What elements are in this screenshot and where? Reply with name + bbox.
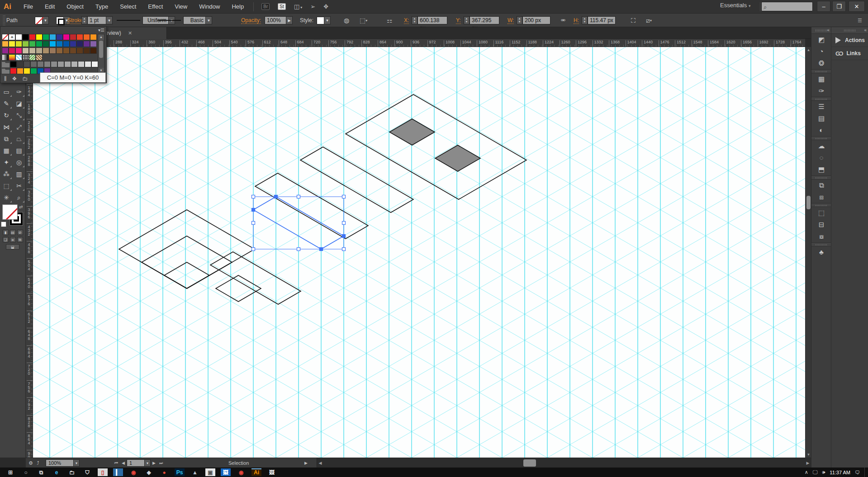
search-button[interactable]: ○ <box>21 468 31 476</box>
status-flyout-icon[interactable]: ▶ <box>304 461 308 465</box>
bounding-box-handle[interactable] <box>342 195 346 198</box>
dock-grip[interactable] <box>844 29 856 32</box>
fill-color-swatch[interactable] <box>35 17 43 24</box>
color-swatch[interactable] <box>30 68 37 74</box>
app-white-square-icon[interactable]: ▣ <box>205 468 215 476</box>
gradient-button[interactable]: ▤ <box>10 230 16 235</box>
x-stepper[interactable]: ▲▼ <box>412 16 417 24</box>
color-swatch[interactable] <box>10 61 17 67</box>
artboard-canvas[interactable] <box>33 47 805 458</box>
fill-none-indicator[interactable] <box>2 204 18 220</box>
shape-builder-tool[interactable]: ⧉ <box>0 133 13 145</box>
color-swatch[interactable] <box>43 47 49 54</box>
workspace-switcher[interactable]: Essentials ▾ <box>720 2 750 9</box>
bridge-button[interactable]: Br <box>261 3 270 10</box>
screen-mode-button[interactable]: ⬓ <box>6 244 19 250</box>
style-swatch[interactable] <box>317 17 324 24</box>
color-swatch[interactable] <box>63 47 70 54</box>
menu-effect[interactable]: Effect <box>142 0 169 14</box>
color-swatch[interactable] <box>43 41 49 47</box>
color-swatch[interactable] <box>15 47 22 54</box>
prev-artboard-icon[interactable]: ◀ <box>122 461 125 465</box>
control-panel-menu-icon[interactable]: ☰ <box>858 18 862 24</box>
align-icon[interactable]: ⚏ <box>387 17 393 24</box>
start-button[interactable]: ⊞ <box>5 468 15 476</box>
menu-object[interactable]: Object <box>61 0 90 14</box>
vertical-scrollbar-thumb[interactable] <box>806 196 811 209</box>
color-swatch[interactable] <box>24 61 30 67</box>
bounding-box-handle[interactable] <box>297 195 300 198</box>
bounding-box-handle[interactable] <box>252 195 255 198</box>
anchor-point-handle[interactable] <box>275 195 278 198</box>
blend-tool[interactable]: ◎ <box>13 156 25 168</box>
shear-icon[interactable]: ⧄ <box>646 17 650 24</box>
selection-panel-icon[interactable]: ◌ <box>811 152 831 164</box>
color-swatch[interactable] <box>29 34 36 40</box>
cc-libraries-icon[interactable]: ☁ <box>811 140 831 152</box>
eyedropper-tool[interactable]: ✦ <box>0 156 13 168</box>
swatches-scrollbar[interactable]: ▲ ▼ <box>98 34 104 74</box>
swap-fill-stroke-icon[interactable]: ⇄ <box>19 204 23 209</box>
menu-help[interactable]: Help <box>226 0 250 14</box>
notification-center-icon[interactable]: 🗨 <box>855 470 860 475</box>
mesh-tool[interactable]: ▦ <box>0 145 13 156</box>
recolor-artwork-icon[interactable]: ❂ <box>811 57 831 69</box>
h-label[interactable]: H: <box>574 17 579 24</box>
color-swatch[interactable] <box>63 34 70 40</box>
color-swatch[interactable] <box>30 61 37 67</box>
menu-select[interactable]: Select <box>114 0 142 14</box>
photoshop-icon[interactable]: Ps <box>175 468 185 476</box>
y-stepper[interactable]: ▲▼ <box>464 16 470 24</box>
panel-grip[interactable] <box>3 15 5 25</box>
first-artboard-icon[interactable]: ⏮ <box>114 461 118 466</box>
app-dark-diamond-icon[interactable]: ◆ <box>144 468 154 476</box>
horizontal-scrollbar[interactable]: ◀ ▶ <box>317 458 811 468</box>
slice-tool[interactable]: ✂ <box>13 180 25 192</box>
layers-panel-icon[interactable]: ⧉ <box>811 179 831 191</box>
horizontal-scrollbar-thumb[interactable] <box>523 459 536 467</box>
actions-panel-tab[interactable]: Actions <box>831 34 868 47</box>
color-swatch[interactable] <box>29 41 36 47</box>
gradient-swatch[interactable] <box>2 54 9 61</box>
color-swatch[interactable] <box>57 61 64 67</box>
dock-grip[interactable] <box>816 29 827 32</box>
arrange-documents-button[interactable]: ◫ ▾ <box>294 3 303 10</box>
dock-group-grip[interactable] <box>811 97 831 101</box>
symbols-panel-icon[interactable]: ♣ <box>811 246 831 258</box>
taskbar-clock[interactable]: 11:37 AM <box>830 470 850 475</box>
registration-swatch[interactable]: ⌖ <box>9 34 15 40</box>
links-panel-tab[interactable]: GƆ Links <box>831 47 868 60</box>
app-dark-peak-icon[interactable]: ▲ <box>190 468 200 476</box>
illustrator-icon[interactable]: Ai <box>251 468 261 476</box>
app-photo-blue-icon[interactable]: 🖽 <box>221 468 231 476</box>
menu-view[interactable]: View <box>169 0 193 14</box>
bounding-box-handle[interactable] <box>342 222 346 225</box>
gradient-swatch[interactable] <box>9 54 15 61</box>
color-swatch[interactable] <box>76 34 83 40</box>
close-button[interactable]: ✕ <box>849 1 865 12</box>
menu-file[interactable]: File <box>18 0 39 14</box>
color-swatch[interactable] <box>63 41 70 47</box>
dock-group-grip[interactable] <box>811 69 831 73</box>
color-swatch[interactable] <box>90 41 97 47</box>
opacity-label[interactable]: Opacity: <box>241 17 261 24</box>
color-panel-icon[interactable]: ◩ <box>811 34 831 46</box>
color-swatch[interactable] <box>70 41 76 47</box>
show-desktop-button[interactable] <box>864 468 866 477</box>
color-swatch[interactable] <box>37 61 44 67</box>
align-panel-icon[interactable]: ⊟ <box>811 219 831 231</box>
brushes-panel-icon[interactable]: ✑ <box>811 85 831 97</box>
perspective-grid-tool[interactable]: ⏢ <box>13 133 25 145</box>
transparency-panel-icon[interactable]: ◐ <box>811 124 831 136</box>
bounding-box-handle[interactable] <box>252 248 255 251</box>
color-swatch[interactable] <box>29 47 36 54</box>
paintbrush-tool[interactable]: ✑ <box>13 86 25 98</box>
menu-type[interactable]: Type <box>90 0 114 14</box>
transform-icon[interactable]: ⛶ <box>631 17 636 24</box>
color-swatch[interactable] <box>56 47 63 54</box>
app-ruler-icon[interactable]: ▯ <box>98 468 108 476</box>
color-swatch[interactable] <box>49 47 56 54</box>
column-graph-tool[interactable]: ▥ <box>13 168 25 180</box>
color-swatch[interactable] <box>36 34 43 40</box>
color-swatch[interactable] <box>70 47 76 54</box>
